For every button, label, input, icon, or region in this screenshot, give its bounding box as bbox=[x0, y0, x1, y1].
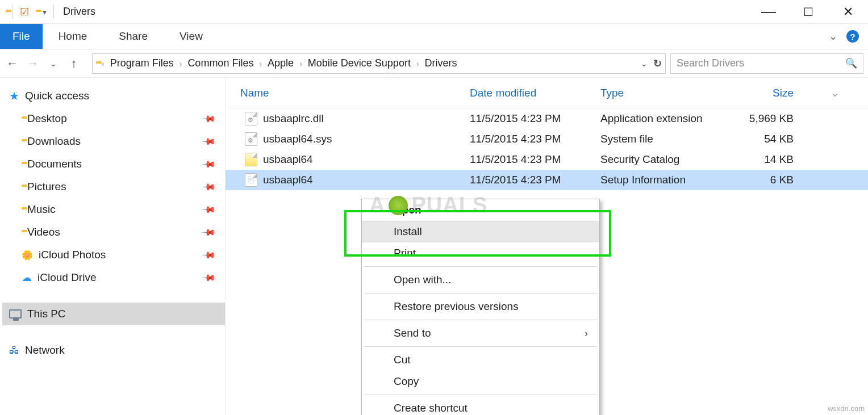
file-date: 11/5/2015 4:23 PM bbox=[470, 174, 600, 186]
column-name[interactable]: Name bbox=[226, 87, 470, 99]
up-button[interactable]: ↑ bbox=[66, 56, 82, 71]
column-type[interactable]: Type bbox=[600, 87, 737, 99]
sidebar-item-videos[interactable]: Videos 📌 bbox=[2, 221, 225, 244]
context-copy[interactable]: Copy bbox=[362, 371, 599, 392]
sys-icon bbox=[245, 132, 257, 146]
chevron-right-icon: › bbox=[414, 59, 422, 68]
sidebar-item-label: Pictures bbox=[27, 181, 66, 193]
maximize-button[interactable]: ☐ bbox=[788, 0, 828, 24]
context-label: Copy bbox=[394, 375, 419, 388]
qat-properties-icon[interactable]: ☑ bbox=[20, 6, 29, 18]
sidebar-network[interactable]: 🖧 Network bbox=[2, 339, 225, 362]
breadcrumb-item[interactable]: Drivers bbox=[422, 57, 461, 69]
pin-icon: 📌 bbox=[201, 224, 217, 240]
tab-view[interactable]: View bbox=[164, 24, 219, 49]
tab-share[interactable]: Share bbox=[103, 24, 164, 49]
network-icon: 🖧 bbox=[9, 345, 19, 357]
refresh-icon[interactable]: ↻ bbox=[653, 57, 662, 70]
cat-icon bbox=[245, 153, 257, 166]
context-separator bbox=[364, 395, 597, 395]
file-row[interactable]: usbaaplrc.dll 11/5/2015 4:23 PM Applicat… bbox=[226, 108, 868, 129]
file-date: 11/5/2015 4:23 PM bbox=[470, 153, 600, 166]
context-label: Install bbox=[394, 225, 422, 238]
flower-icon: 🌼 bbox=[22, 250, 33, 261]
sidebar-item-label: Videos bbox=[27, 226, 60, 238]
context-separator bbox=[364, 320, 597, 320]
sidebar-this-pc[interactable]: This PC bbox=[2, 303, 225, 325]
sidebar-item-desktop[interactable]: Desktop 📌 bbox=[2, 107, 225, 130]
context-print[interactable]: Print bbox=[362, 242, 599, 264]
sidebar-item-downloads[interactable]: Downloads 📌 bbox=[2, 130, 225, 153]
forward-button[interactable]: → bbox=[25, 56, 41, 71]
context-label: Cut bbox=[394, 354, 411, 366]
breadcrumb-item[interactable]: Apple bbox=[264, 57, 297, 69]
breadcrumb-item[interactable]: Program Files bbox=[107, 57, 177, 69]
column-size[interactable]: Size bbox=[737, 87, 811, 99]
sidebar-label: Network bbox=[25, 344, 65, 357]
breadcrumb-item[interactable]: Common Files bbox=[184, 57, 257, 69]
spacer bbox=[2, 289, 225, 303]
minimize-button[interactable]: — bbox=[749, 0, 788, 24]
pin-icon: 📌 bbox=[201, 247, 217, 263]
qat-dropdown-icon[interactable]: ▾ bbox=[43, 7, 47, 16]
close-button[interactable]: ✕ bbox=[828, 0, 868, 24]
pc-icon bbox=[9, 309, 22, 318]
context-create-shortcut[interactable]: Create shortcut bbox=[362, 397, 599, 415]
history-dropdown-icon[interactable]: ⌄ bbox=[641, 59, 648, 68]
breadcrumb[interactable]: ‹ Program Files › Common Files › Apple ›… bbox=[92, 53, 666, 74]
context-menu: Open Install Print Open with... Restore … bbox=[361, 199, 600, 415]
context-label: Open bbox=[394, 204, 422, 216]
column-date[interactable]: Date modified bbox=[470, 87, 600, 99]
context-restore[interactable]: Restore previous versions bbox=[362, 296, 599, 317]
sidebar-item-label: iCloud Drive bbox=[37, 271, 96, 284]
sidebar-quick-access[interactable]: ★ Quick access bbox=[2, 85, 225, 107]
sidebar-item-label: iCloud Photos bbox=[39, 249, 106, 261]
context-open[interactable]: Open bbox=[362, 199, 599, 221]
recent-dropdown-icon[interactable]: ⌄ bbox=[45, 59, 61, 68]
context-label: Print bbox=[394, 247, 416, 259]
sidebar-item-documents[interactable]: Documents 📌 bbox=[2, 153, 225, 175]
file-size: 14 KB bbox=[737, 153, 811, 166]
help-icon[interactable]: ? bbox=[846, 30, 859, 43]
sidebar-label: This PC bbox=[27, 308, 66, 320]
file-row[interactable]: usbaapl64.sys 11/5/2015 4:23 PM System f… bbox=[226, 129, 868, 149]
file-row[interactable]: usbaapl64 11/5/2015 4:23 PM Security Cat… bbox=[226, 149, 868, 170]
sidebar-item-music[interactable]: Music 📌 bbox=[2, 198, 225, 221]
sidebar-label: Quick access bbox=[25, 90, 89, 102]
spacer bbox=[2, 325, 225, 339]
search-input[interactable]: Search Drivers 🔍 bbox=[670, 53, 863, 74]
context-send-to[interactable]: Send to› bbox=[362, 322, 599, 344]
tab-home[interactable]: Home bbox=[43, 24, 103, 49]
chevron-left-icon[interactable]: ‹ bbox=[99, 59, 107, 68]
pin-icon: 📌 bbox=[201, 179, 217, 195]
file-type: Setup Information bbox=[600, 174, 737, 186]
file-size: 5,969 KB bbox=[737, 112, 811, 125]
file-name: usbaapl64.sys bbox=[263, 133, 332, 145]
breadcrumb-item[interactable]: Mobile Device Support bbox=[304, 57, 414, 69]
sidebar-item-pictures[interactable]: Pictures 📌 bbox=[2, 175, 225, 198]
sidebar-item-icloud-drive[interactable]: ☁ iCloud Drive 📌 bbox=[2, 266, 225, 289]
chevron-right-icon: › bbox=[297, 59, 304, 68]
file-type: System file bbox=[600, 133, 737, 145]
file-size: 54 KB bbox=[737, 133, 811, 145]
file-tab[interactable]: File bbox=[0, 24, 43, 49]
context-open-with[interactable]: Open with... bbox=[362, 269, 599, 291]
search-icon[interactable]: 🔍 bbox=[845, 57, 857, 69]
sidebar-item-label: Documents bbox=[27, 158, 82, 170]
context-cut[interactable]: Cut bbox=[362, 349, 599, 371]
ribbon-collapse-icon[interactable]: ⌄ bbox=[829, 30, 837, 43]
column-more-icon[interactable]: ⌄ bbox=[811, 86, 868, 99]
file-row[interactable]: usbaapl64 11/5/2015 4:23 PM Setup Inform… bbox=[226, 170, 868, 190]
star-icon: ★ bbox=[9, 89, 19, 103]
back-button[interactable]: ← bbox=[5, 56, 20, 71]
dll-icon bbox=[245, 112, 257, 125]
context-separator bbox=[364, 266, 597, 267]
column-headers: Name Date modified Type Size ⌄ bbox=[226, 78, 868, 108]
navigation-bar: ← → ⌄ ↑ ‹ Program Files › Common Files ›… bbox=[0, 49, 868, 78]
file-date: 11/5/2015 4:23 PM bbox=[470, 112, 600, 125]
sidebar-item-label: Music bbox=[27, 203, 56, 216]
sidebar-item-icloud-photos[interactable]: 🌼 iCloud Photos 📌 bbox=[2, 244, 225, 266]
ribbon: File Home Share View ⌄ ? bbox=[0, 24, 868, 49]
context-label: Open with... bbox=[394, 274, 451, 286]
context-install[interactable]: Install bbox=[362, 221, 599, 242]
